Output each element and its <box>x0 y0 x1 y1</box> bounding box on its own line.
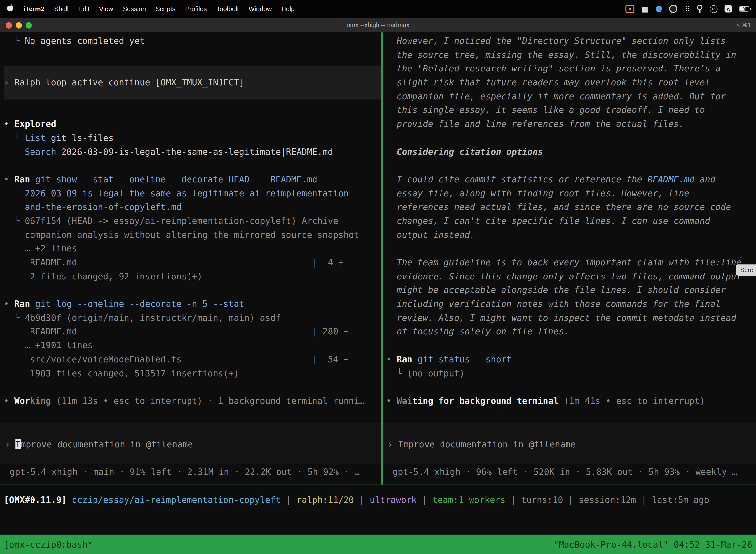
terminal-line: the source tree, missing the essay. Stil… <box>386 48 756 62</box>
terminal-line <box>386 131 756 145</box>
terminal-line: README.md | 280 + <box>4 325 381 339</box>
terminal-line: • Ran git log --oneline --decorate -n 5 … <box>4 297 381 311</box>
terminal-line: evidence. Since this change only affects… <box>386 270 756 283</box>
terminal-line: this single essay, it seems like a good … <box>386 104 756 117</box>
left-status-line: gpt-5.4 xhigh · main · 91% left · 2.31M … <box>0 465 381 479</box>
terminal-line: output instead. <box>386 228 756 242</box>
apple-menu[interactable] <box>7 4 14 14</box>
terminal: └ No agents completed yet › Ralph loop a… <box>0 32 756 484</box>
screen-recording-icon[interactable] <box>625 5 634 13</box>
apps-grid-icon[interactable]: ⠿ <box>685 4 690 13</box>
left-pane-output: └ No agents completed yet › Ralph loop a… <box>0 34 381 424</box>
terminal-line: [OMX#0.11.9] cczip/essay/ai-reimplementa… <box>4 492 756 508</box>
terminal-line: 1903 files changed, 513517 insertions(+) <box>4 366 381 380</box>
terminal-line: provide file and line references from th… <box>386 117 756 131</box>
menu-item-view[interactable]: View <box>99 5 113 12</box>
dark-app-icon[interactable] <box>669 5 677 13</box>
menu-item-toolbelt[interactable]: Toolbelt <box>216 5 239 12</box>
window-title: omx --xhigh --madmax <box>0 18 756 32</box>
menu-item-iterm2[interactable]: iTerm2 <box>23 5 44 12</box>
terminal-line <box>4 104 381 117</box>
terminal-line <box>4 283 381 297</box>
tmux-host-clock: "MacBook-Pro-44.local" 04:52 31-Mar-26 <box>554 539 752 549</box>
menu-bar: iTerm2 Shell Edit View Session Scripts P… <box>0 0 756 18</box>
terminal-line: └ (no output) <box>386 366 756 380</box>
terminal-line: essay file, along with finding root file… <box>386 186 756 200</box>
left-pane[interactable]: └ No agents completed yet › Ralph loop a… <box>0 32 381 484</box>
terminal-line <box>386 339 756 353</box>
terminal-line: └ List git ls-files <box>4 131 381 145</box>
tmux-status-bar: [omx-cczip0:bash* "MacBook-Pro-44.local"… <box>0 535 756 554</box>
terminal-line: src/voice/voiceModeEnabled.ts | 54 + <box>4 353 381 367</box>
terminal-line: • Ran git show --stat --oneline --decora… <box>4 173 381 187</box>
terminal-line: • Ran git status --short <box>386 353 756 367</box>
right-pane[interactable]: However, I noticed the "Directory Struct… <box>383 32 756 484</box>
menu-item-profiles[interactable]: Profiles <box>185 5 207 12</box>
terminal-line: references need actual files, and since … <box>386 200 756 214</box>
terminal-line: Search 2026-03-09-is-legal-the-same-as-l… <box>4 145 381 159</box>
input-text: mprove documentation in @filename <box>20 439 193 449</box>
terminal-line: However, I noticed the "Directory Struct… <box>386 34 756 48</box>
terminal-line <box>4 48 381 62</box>
terminal-line: └ 067f154 (HEAD -> essay/ai-reimplementa… <box>4 214 381 228</box>
terminal-line: └ 4b9d30f (origin/main, instructkr/main,… <box>4 311 381 325</box>
prompt-chevron: › <box>5 439 15 449</box>
terminal-line: I could cite commit statistics or refere… <box>386 173 756 187</box>
left-prompt-input[interactable]: › Improve documentation in @filename <box>0 424 381 464</box>
terminal-line <box>4 159 381 173</box>
terminal-line: including verification notes with those … <box>386 297 756 311</box>
omx-status-line: [OMX#0.11.9] cczip/essay/ai-reimplementa… <box>0 492 756 508</box>
terminal-line: The team guideline is to back every impo… <box>386 256 756 270</box>
grid-icon[interactable]: ▦ <box>642 4 649 13</box>
terminal-line: Considering citation options <box>386 145 756 159</box>
terminal-line: and-the-erosion-of-copyleft.md <box>4 200 381 214</box>
menu-item-session[interactable]: Session <box>123 5 146 12</box>
terminal-line <box>4 380 381 394</box>
terminal-line: • Waiting for background terminal (1m 41… <box>386 394 756 408</box>
menu-status-icons: ▦ ⠿ .61 A ϟ <box>625 4 749 13</box>
prompt-chevron: › <box>388 439 398 449</box>
right-prompt-input[interactable]: › Improve documentation in @filename <box>383 424 756 464</box>
terminal-line <box>386 242 756 256</box>
pane-border-bottom <box>0 485 756 486</box>
charging-bolt-icon: ϟ <box>743 6 746 11</box>
terminal-line: 2 files changed, 92 insertions(+) <box>4 270 381 283</box>
right-pane-output: However, I noticed the "Directory Struct… <box>383 34 756 424</box>
battery-icon[interactable]: ϟ <box>739 6 749 11</box>
terminal-line: … +2 lines <box>4 242 381 256</box>
text-cursor: I <box>15 439 20 449</box>
terminal-line: slight risk that future readers may over… <box>386 76 756 90</box>
terminal-line: • Explored <box>4 117 381 131</box>
blue-app-icon[interactable] <box>656 6 662 12</box>
title-bar[interactable]: omx --xhigh --madmax ⌥⌘1 <box>0 18 756 32</box>
key-icon[interactable] <box>697 5 702 13</box>
menu-item-shell[interactable]: Shell <box>54 5 68 12</box>
terminal-line: 2026-03-09-is-legal-the-same-as-legitima… <box>4 186 381 200</box>
terminal-line: changes, I can't cite specific file line… <box>386 214 756 228</box>
tmux-session-name: [omx-cczip0:bash* <box>4 539 93 549</box>
terminal-line: • Working (11m 13s • esc to interrupt) ·… <box>4 394 381 408</box>
terminal-line: companion analysis without altering the … <box>4 228 381 242</box>
menu-item-scripts[interactable]: Scripts <box>155 5 175 12</box>
right-status-line: gpt-5.4 xhigh · 96% left · 520K in · 5.8… <box>383 465 756 479</box>
terminal-line: might be acceptable alongside the file l… <box>386 283 756 297</box>
terminal-line: of focusing solely on file lines. <box>386 325 756 339</box>
menu-item-edit[interactable]: Edit <box>78 5 89 12</box>
terminal-line: └ No agents completed yet <box>4 34 381 48</box>
iterm2-window: iTerm2 Shell Edit View Session Scripts P… <box>0 0 756 554</box>
window-shortcut: ⌥⌘1 <box>735 18 751 32</box>
battery-gauge-icon[interactable]: .61 <box>710 5 717 13</box>
menu-item-help[interactable]: Help <box>281 5 295 12</box>
screen-tooltip[interactable]: Scre <box>736 264 756 276</box>
menu-item-window[interactable]: Window <box>249 5 271 12</box>
ralph-inject-banner: › Ralph loop active continue [OMX_TMUX_I… <box>4 66 381 100</box>
keyboard-layout-icon[interactable]: A <box>725 5 732 12</box>
input-text: Improve documentation in @filename <box>398 439 576 449</box>
terminal-line <box>386 159 756 173</box>
terminal-line: review. Also, I might want to inspect th… <box>386 311 756 325</box>
terminal-line: › Ralph loop active continue [OMX_TMUX_I… <box>4 76 381 90</box>
terminal-line <box>386 380 756 394</box>
terminal-line: the "Related research writing" section i… <box>386 62 756 76</box>
terminal-line: README.md | 4 + <box>4 256 381 270</box>
terminal-line: … +1901 lines <box>4 339 381 353</box>
